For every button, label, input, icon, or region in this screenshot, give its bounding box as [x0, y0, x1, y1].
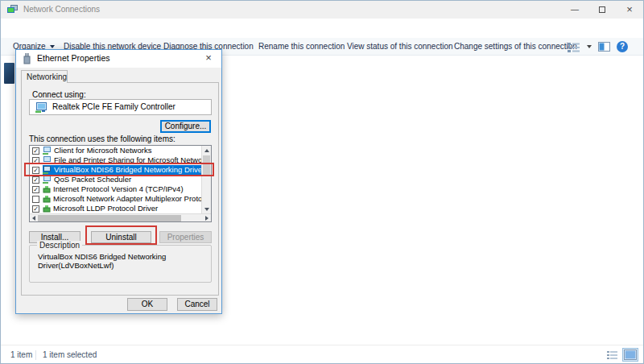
list-item-label: Microsoft LLDP Protocol Driver [53, 204, 158, 213]
tab-networking[interactable]: Networking [21, 70, 68, 83]
icons-view-toggle[interactable] [622, 348, 638, 362]
close-icon: × [205, 52, 212, 64]
connect-using-label: Connect using: [32, 90, 86, 99]
list-item-label: Microsoft Network Adapter Multiplexor Pr… [53, 194, 201, 204]
description-text: VirtualBox NDIS6 Bridged Networking Driv… [38, 252, 206, 270]
connection-items-label: This connection uses the following items… [29, 134, 175, 143]
scroll-up-icon[interactable] [202, 146, 211, 155]
selection-highlight: VirtualBox NDIS6 Bridged Networking Driv… [43, 165, 201, 175]
maximize-icon [599, 6, 605, 13]
ok-button[interactable]: OK [127, 298, 167, 311]
list-rows: ✓ Client for Microsoft Networks ✓ File a… [30, 146, 201, 213]
checkbox[interactable]: ✓ [32, 167, 39, 174]
list-item-label: Client for Microsoft Networks [54, 146, 151, 155]
close-icon: × [626, 3, 633, 15]
computer-icon [43, 156, 52, 164]
description-groupbox: Description VirtualBox NDIS6 Bridged Net… [29, 245, 212, 283]
help-button[interactable]: ? [617, 41, 628, 52]
computer-icon [43, 176, 52, 184]
address-bar: ← → ↑ › Control Panel › Network and Inte… [1, 19, 643, 38]
ethernet-connection-icon-partial[interactable] [4, 63, 14, 84]
network-adapter-icon [35, 102, 47, 113]
list-item-label: File and Printer Sharing for Microsoft N… [54, 155, 201, 165]
minimize-button[interactable]: — [561, 1, 588, 19]
list-item[interactable]: ✓ Internet Protocol Version 4 (TCP/IPv4) [30, 184, 201, 194]
tab-page: Connect using: Realtek PCIe FE Family Co… [21, 82, 219, 296]
list-item-label: VirtualBox NDIS6 Bridged Networking Driv… [54, 165, 201, 175]
protocol-icon [43, 205, 51, 213]
maximize-button[interactable] [588, 1, 616, 19]
ethernet-properties-dialog: Ethernet Properties × Networking Connect… [15, 49, 222, 314]
protocol-icon [43, 196, 51, 203]
details-view-icon[interactable] [568, 42, 580, 52]
selection-count: 1 item selected [43, 345, 97, 364]
scroll-down-icon[interactable] [202, 205, 211, 213]
computer-icon [43, 166, 52, 174]
scrollbar-thumb[interactable] [203, 155, 210, 175]
list-item-label: QoS Packet Scheduler [54, 175, 131, 184]
window-title: Network Connections [23, 1, 100, 19]
scroll-left-icon[interactable] [30, 214, 38, 221]
vertical-scrollbar[interactable] [201, 146, 211, 213]
checkbox[interactable]: ✓ [32, 157, 39, 164]
horizontal-scrollbar[interactable] [30, 213, 211, 221]
list-item[interactable]: ✓ Client for Microsoft Networks [30, 146, 201, 155]
details-view-toggle[interactable] [604, 348, 620, 362]
view-toggle-group [604, 348, 638, 362]
adapter-name: Realtek PCIe FE Family Controller [52, 102, 175, 112]
ethernet-adapter-icon [23, 53, 31, 66]
chevron-down-icon [50, 45, 55, 48]
view-status-button[interactable]: View status of this connection [347, 38, 453, 55]
checkbox[interactable]: ✓ [32, 205, 39, 213]
cancel-button[interactable]: Cancel [177, 298, 217, 311]
properties-button: Properties [159, 231, 212, 243]
list-item-label: Internet Protocol Version 4 (TCP/IPv4) [53, 184, 184, 194]
minimize-icon: — [571, 5, 579, 14]
list-item[interactable]: ✓ File and Printer Sharing for Microsoft… [30, 155, 201, 165]
adapter-field: Realtek PCIe FE Family Controller [29, 99, 212, 115]
checkbox[interactable] [32, 196, 39, 203]
change-settings-button[interactable]: Change settings of this connection [454, 38, 577, 55]
icons-view-icon [624, 350, 637, 360]
computer-icon [43, 147, 52, 155]
dialog-title: Ethernet Properties [37, 50, 109, 67]
status-bar: 1 item 1 item selected [1, 345, 643, 364]
list-item-selected[interactable]: ✓ VirtualBox NDIS6 Bridged Networking Dr… [30, 165, 201, 175]
status-divider [35, 350, 36, 360]
titlebar: Network Connections — × [1, 1, 643, 19]
checkbox[interactable]: ✓ [32, 176, 39, 184]
uninstall-button[interactable]: Uninstall [91, 231, 151, 243]
list-item[interactable]: Microsoft Network Adapter Multiplexor Pr… [30, 194, 201, 204]
configure-button[interactable]: Configure... [160, 120, 211, 133]
dialog-close-button[interactable]: × [196, 51, 221, 66]
list-item[interactable]: ✓ QoS Packet Scheduler [30, 175, 201, 184]
network-connections-icon [7, 5, 18, 15]
checkbox[interactable]: ✓ [32, 186, 39, 193]
checkbox[interactable]: ✓ [32, 147, 39, 155]
item-count: 1 item [10, 345, 32, 364]
toolbar-view-controls: ? [568, 38, 628, 56]
connection-items-list[interactable]: ✓ Client for Microsoft Networks ✓ File a… [29, 145, 212, 222]
close-button[interactable]: × [616, 1, 643, 19]
details-view-icon [606, 350, 618, 360]
scrollbar-thumb[interactable] [38, 215, 181, 221]
protocol-icon [43, 186, 51, 193]
preview-pane-icon[interactable] [598, 42, 610, 52]
description-label: Description [37, 241, 82, 250]
help-icon: ? [620, 42, 625, 51]
dialog-titlebar: Ethernet Properties × [16, 50, 221, 68]
explorer-window: Network Connections — × ← → ↑ › Control … [0, 0, 644, 364]
list-item[interactable]: ✓ Microsoft LLDP Protocol Driver [30, 204, 201, 213]
views-dropdown-icon[interactable] [587, 45, 592, 48]
rename-connection-button[interactable]: Rename this connection [258, 38, 345, 55]
scroll-right-icon[interactable] [203, 214, 211, 221]
